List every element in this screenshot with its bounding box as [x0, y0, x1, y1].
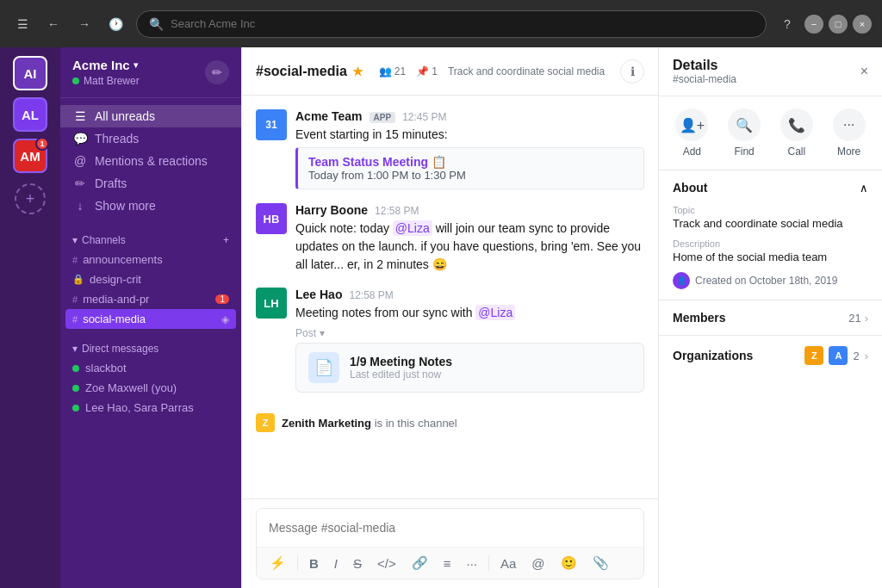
toolbar-emoji-button[interactable]: 🙂	[556, 553, 581, 573]
toolbar-strikethrough-button[interactable]: S	[349, 554, 366, 573]
sidebar-header: Acme Inc ▾ Matt Brewer ✏	[60, 47, 241, 98]
dm-item-slackbot[interactable]: slackbot	[60, 358, 241, 378]
action-call[interactable]: 📞 Call	[780, 108, 813, 158]
star-icon[interactable]: ★	[352, 65, 363, 78]
workspace-avatar-al[interactable]: AL	[13, 97, 47, 132]
sidebar-item-mentions[interactable]: @ Mentions & reactions	[60, 150, 241, 172]
topic-value: Track and coordinate social media	[673, 217, 868, 230]
sidebar-item-show-more[interactable]: ↓ Show more	[60, 195, 241, 217]
channel-sidebar: Acme Inc ▾ Matt Brewer ✏ ☰ All unreads 💬…	[60, 47, 241, 588]
channel-item-social-media[interactable]: # social-media ◈	[65, 309, 236, 329]
message-time-lee: 12:58 PM	[349, 289, 393, 301]
action-more[interactable]: ··· More	[833, 108, 866, 158]
toolbar-format-button[interactable]: Aa	[496, 554, 520, 573]
toolbar-mention-button[interactable]: @	[527, 554, 549, 573]
add-workspace-button[interactable]: +	[15, 183, 46, 214]
channel-info-button[interactable]: ℹ	[620, 59, 644, 84]
workspace-avatar-ai[interactable]: AI	[13, 56, 47, 90]
event-title: Team Status Meeting 📋	[308, 155, 633, 169]
help-button[interactable]: ?	[775, 12, 799, 36]
details-channel: #social-media	[673, 73, 736, 85]
find-icon: 🔍	[728, 108, 761, 141]
details-title-block: Details #social-media	[673, 58, 736, 85]
search-icon: 🔍	[149, 17, 164, 31]
sidebar-item-all-unreads[interactable]: ☰ All unreads	[60, 105, 241, 127]
about-section-header[interactable]: About ∧	[659, 170, 882, 205]
dm-item-lee-sara[interactable]: Lee Hao, Sara Parras	[60, 398, 241, 418]
about-content: Topic Track and coordinate social media …	[659, 205, 882, 300]
members-section[interactable]: Members 21 ›	[659, 300, 882, 336]
workspace-avatar-label-al: AL	[22, 108, 39, 122]
organizations-section[interactable]: Organizations Z A 2 ›	[659, 336, 882, 375]
post-label[interactable]: Post ▾	[295, 327, 644, 339]
avatar-lee-hao: LH	[256, 288, 287, 319]
message-input[interactable]	[257, 509, 643, 547]
message-input-box: ⚡ B I S </> 🔗 ≡ ··· Aa @ 🙂 📎	[256, 508, 644, 579]
search-input[interactable]	[171, 17, 754, 30]
channels-section-header[interactable]: ▾ Channels +	[60, 231, 241, 250]
member-count: 👥 21	[379, 65, 406, 77]
toolbar-attachment-button[interactable]: 📎	[588, 553, 613, 573]
action-add[interactable]: 👤+ Add	[675, 108, 708, 158]
toolbar-code-button[interactable]: </>	[373, 554, 401, 573]
edit-button[interactable]: ✏	[205, 60, 229, 84]
workspace-avatar-am[interactable]: AM 1	[13, 139, 47, 173]
add-channel-icon[interactable]: +	[223, 234, 229, 246]
sidebar-item-drafts[interactable]: ✏ Drafts	[60, 172, 241, 195]
creator-info: 👤 Created on October 18th, 2019	[673, 272, 868, 289]
media-badge: 1	[215, 294, 229, 304]
sidebar-item-threads[interactable]: 💬 Threads	[60, 127, 241, 150]
details-title: Details	[673, 58, 736, 73]
message-header-harry: Harry Boone 12:58 PM	[295, 203, 644, 217]
notification-badge: 1	[35, 137, 49, 151]
mention-liza[interactable]: @Liza	[393, 220, 432, 236]
about-title: About	[673, 181, 707, 195]
status-dot-online	[72, 77, 79, 84]
address-bar[interactable]: 🔍	[136, 10, 767, 38]
channel-item-announcements[interactable]: # announcements	[60, 250, 241, 269]
workspace-name[interactable]: Acme Inc ▾	[72, 58, 140, 72]
channel-item-design-crit[interactable]: 🔒 design-crit	[60, 269, 241, 289]
dm-item-zoe[interactable]: Zoe Maxwell (you)	[60, 378, 241, 398]
meeting-notes-card[interactable]: 📄 1/9 Meeting Notes Last edited just now	[295, 343, 644, 393]
message-text-harry: Quick note: today @Liza will join our te…	[295, 220, 644, 274]
dm-section-header[interactable]: ▾ Direct messages	[60, 339, 241, 358]
maximize-button[interactable]: □	[829, 15, 848, 34]
toolbar-lightning-button[interactable]: ⚡	[265, 553, 290, 573]
meeting-card-title: 1/9 Meeting Notes	[350, 355, 452, 368]
channels-section: ▾ Channels + # announcements 🔒 design-cr…	[60, 224, 241, 336]
zenith-notice: Z Zenith Marketing is in this channel	[256, 406, 644, 439]
pin-icon: 📌	[416, 65, 429, 77]
zenith-name: Zenith Marketing	[282, 417, 371, 430]
toolbar-more-button[interactable]: ···	[462, 554, 481, 573]
toolbar-italic-button[interactable]: I	[330, 554, 342, 573]
channel-item-media-and-pr[interactable]: # media-and-pr 1	[60, 289, 241, 309]
event-card[interactable]: Team Status Meeting 📋 Today from 1:00 PM…	[295, 147, 644, 189]
close-button[interactable]: ×	[853, 15, 872, 34]
avatar-harry-boone: HB	[256, 203, 287, 234]
action-find[interactable]: 🔍 Find	[728, 108, 761, 158]
chevron-down-icon: ▾	[134, 60, 138, 70]
toolbar-bold-button[interactable]: B	[305, 554, 323, 573]
forward-button[interactable]: →	[72, 12, 96, 36]
about-chevron-icon: ∧	[860, 182, 868, 195]
toolbar-link-button[interactable]: 🔗	[407, 553, 432, 573]
action-more-label: More	[837, 145, 860, 158]
doc-icon: 📄	[308, 352, 339, 383]
active-channel-icon: ◈	[221, 313, 229, 325]
back-button[interactable]: ←	[41, 12, 65, 36]
browser-actions: ? − □ ×	[775, 12, 872, 36]
mention-liza-lee[interactable]: @Liza	[475, 305, 515, 320]
history-button[interactable]: 🕐	[103, 12, 127, 36]
message-toolbar: ⚡ B I S </> 🔗 ≡ ··· Aa @ 🙂 📎	[257, 547, 643, 579]
org-avatar-z: Z	[804, 346, 823, 365]
chat-header: #social-media ★ 👥 21 📌 1 Track and coord…	[242, 47, 658, 96]
minimize-button[interactable]: −	[804, 15, 823, 34]
menu-button[interactable]: ☰	[10, 12, 34, 36]
mentions-icon: @	[72, 154, 88, 168]
message-acme-team: 31 Acme Team APP 12:45 PM Event starting…	[256, 109, 644, 189]
toolbar-list-button[interactable]: ≡	[439, 554, 456, 573]
details-close-button[interactable]: ×	[860, 64, 868, 79]
message-author-acme: Acme Team	[295, 109, 363, 123]
action-find-label: Find	[734, 145, 754, 158]
